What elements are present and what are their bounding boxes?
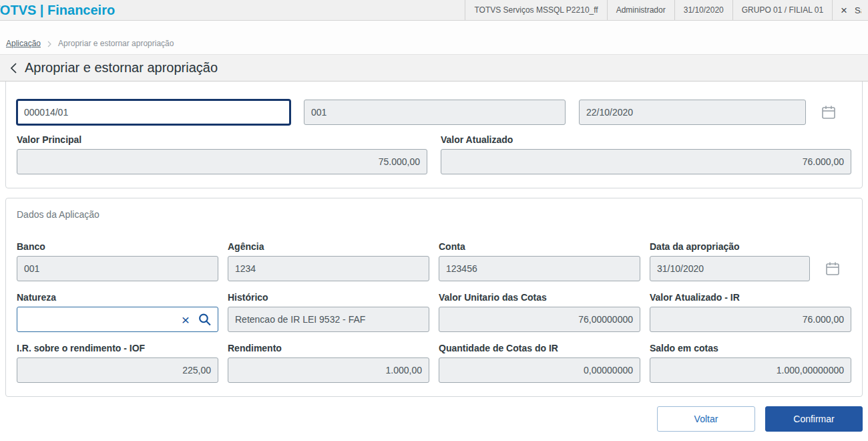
field-saldo-em-cotas: Saldo em cotas: [650, 343, 851, 383]
breadcrumb-aplicacao-link[interactable]: Aplicação: [6, 39, 41, 48]
exit-label[interactable]: Sair: [855, 5, 861, 15]
confirmar-button[interactable]: Confirmar: [765, 406, 863, 432]
dados-aplicacao-title: Dados da Aplicação: [17, 209, 851, 220]
documento-input[interactable]: [17, 100, 290, 125]
valor-atualizado-ir-input: [650, 307, 851, 332]
field-quantidade-cotas-ir: Quantidade de Cotas do IR: [439, 343, 640, 383]
historico-input: [228, 307, 429, 332]
user-label: Administrador: [607, 0, 674, 20]
conta-input: [439, 256, 640, 281]
valor-unitario-cotas-label: Valor Unitario das Cotas: [439, 292, 640, 303]
agencia-label: Agência: [228, 241, 429, 252]
natureza-lookup: ×: [17, 307, 218, 332]
valor-unitario-cotas-input: [439, 307, 640, 332]
resumo-row: [17, 100, 851, 125]
field-agencia: Agência: [228, 241, 429, 281]
field-valor-atualizado-ir: Valor Atualizado - IR: [650, 292, 851, 332]
agencia-input: [228, 256, 429, 281]
close-icon[interactable]: ×: [841, 5, 847, 16]
content-area: Valor Principal Valor Atualizado Dados d…: [0, 82, 868, 437]
search-icon: [198, 313, 212, 327]
dados-aplicacao-card: Dados da Aplicação Banco Agência Conta D…: [5, 198, 863, 397]
breadcrumb: Aplicação Apropriar e estornar apropriaç…: [0, 21, 868, 55]
ir-rendimento-iof-label: I.R. sobre o rendimento - IOF: [17, 343, 218, 353]
page-title-bar: Apropriar e estornar apropriação: [0, 55, 868, 82]
voltar-button[interactable]: Voltar: [657, 406, 755, 432]
data-apropriacao-label: Data da apropriação: [650, 241, 851, 252]
dados-grid: Banco Agência Conta Data da apropriação: [17, 241, 851, 383]
data-apropriacao-input: [650, 256, 810, 281]
field-valor-atualizado: Valor Atualizado: [441, 134, 851, 174]
data-aplicacao-input: [579, 100, 806, 125]
calendar-button[interactable]: [821, 104, 837, 120]
banco-label: Banco: [17, 241, 218, 252]
field-ir-rendimento-iof: I.R. sobre o rendimento - IOF: [17, 343, 218, 383]
field-historico: Histórico: [228, 292, 429, 332]
calendar-icon: [825, 261, 841, 277]
quantidade-cotas-ir-input: [439, 357, 640, 383]
valor-principal-input: [17, 149, 427, 174]
environment-label: TOTVS Serviços MSSQL P2210_ff: [465, 0, 606, 20]
valor-principal-label: Valor Principal: [17, 134, 427, 145]
clear-icon[interactable]: ×: [182, 313, 190, 327]
chevron-left-icon: [9, 62, 17, 74]
field-natureza: Natureza ×: [17, 292, 218, 332]
quantidade-cotas-ir-label: Quantidade de Cotas do IR: [439, 343, 640, 353]
conta-label: Conta: [439, 241, 640, 252]
field-valor-unitario-cotas: Valor Unitario das Cotas: [439, 292, 640, 332]
footer-actions: Voltar Confirmar: [5, 397, 863, 432]
field-banco: Banco: [17, 241, 218, 281]
historico-label: Histórico: [228, 292, 429, 303]
date-label: 31/10/2020: [674, 0, 732, 20]
back-button[interactable]: [9, 62, 17, 74]
rendimento-input: [228, 357, 429, 383]
rendimento-label: Rendimento: [228, 343, 429, 353]
calendar-icon: [821, 104, 837, 120]
natureza-label: Natureza: [17, 292, 218, 303]
data-apropriacao-row: [650, 256, 851, 281]
data-apropriacao-calendar-button[interactable]: [825, 261, 841, 277]
field-data-apropriacao: Data da apropriação: [650, 241, 851, 281]
breadcrumb-chevron-icon: [47, 41, 52, 48]
top-header: TOTVS | Financeiro TOTVS Serviços MSSQL …: [0, 0, 868, 21]
valor-atualizado-ir-label: Valor Atualizado - IR: [650, 292, 851, 303]
natureza-lookup-icons: ×: [182, 313, 212, 327]
saldo-em-cotas-input: [650, 357, 851, 383]
page-title: Apropriar e estornar apropriação: [25, 60, 218, 76]
resumo-card: Valor Principal Valor Atualizado: [5, 74, 863, 188]
valor-atualizado-label: Valor Atualizado: [441, 134, 851, 145]
saldo-em-cotas-label: Saldo em cotas: [650, 343, 851, 353]
field-valor-principal: Valor Principal: [17, 134, 427, 174]
resumo-values-row: Valor Principal Valor Atualizado: [17, 134, 851, 174]
header-status-bar: TOTVS Serviços MSSQL P2210_ff Administra…: [465, 0, 868, 20]
field-conta: Conta: [439, 241, 640, 281]
branch-label: GRUPO 01 / FILIAL 01: [732, 0, 832, 20]
valor-atualizado-input: [441, 149, 851, 174]
banco-input: [17, 256, 218, 281]
parcela-input: [304, 100, 566, 125]
header-actions: × Sair: [832, 0, 868, 20]
app-title: TOTVS | Financeiro: [0, 3, 115, 18]
ir-rendimento-iof-input: [17, 357, 218, 383]
field-rendimento: Rendimento: [228, 343, 429, 383]
breadcrumb-current: Apropriar e estornar apropriação: [58, 39, 174, 48]
search-button[interactable]: [198, 313, 212, 327]
